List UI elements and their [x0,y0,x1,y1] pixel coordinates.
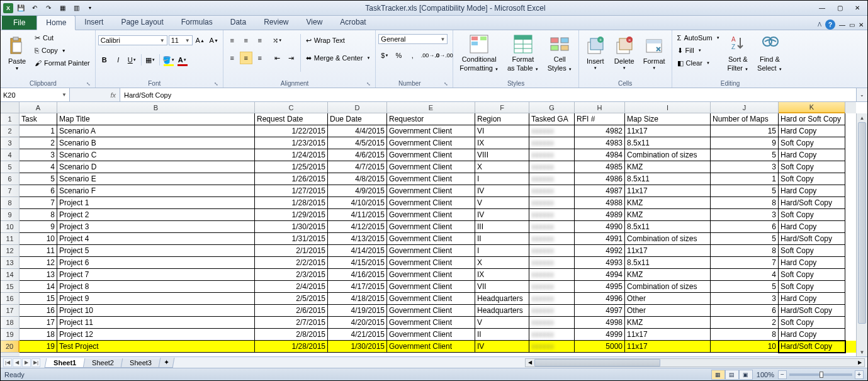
name-box[interactable]: ▼ [1,88,70,101]
cell[interactable]: 4/6/2015 [328,149,387,161]
grid[interactable]: ABCDEFGHIJK 1234567891011121314151617181… [1,102,867,356]
cell[interactable]: xxxxxx [529,209,575,221]
cell[interactable]: 4983 [575,137,625,149]
scroll-down-icon[interactable]: ▼ [857,348,867,356]
sheet-tab[interactable]: Sheet3 [121,358,161,368]
delete-cells-button[interactable]: × Delete▼ [611,31,638,74]
cell[interactable]: KMZ [625,317,711,329]
cell[interactable]: VII [475,281,529,293]
cell[interactable]: Government Client [387,317,475,329]
cell[interactable]: Soft Copy [779,161,845,173]
cell[interactable]: Project 9 [57,293,255,305]
cell[interactable]: 3 [711,293,779,305]
cell[interactable]: xxxxxx [529,341,575,353]
column-header[interactable]: F [475,102,529,113]
cell[interactable]: 12 [20,257,57,269]
cell[interactable]: Project 7 [57,269,255,281]
cell[interactable]: Soft Copy [779,209,845,221]
cell[interactable]: 4/16/2015 [328,269,387,281]
column-header[interactable]: C [255,102,328,113]
cell[interactable]: Hard/Soft Copy [779,197,845,209]
cell[interactable]: Government Client [387,149,475,161]
row-header[interactable]: 12 [1,245,20,257]
align-top-icon[interactable]: ≡ [226,34,239,47]
cell[interactable]: 5 [711,149,779,161]
dialog-launcher[interactable]: ⤡ [84,81,93,87]
expand-formula-icon[interactable]: ⌄ [860,92,864,98]
cell[interactable]: Region [475,113,529,125]
cell[interactable]: 4/9/2015 [328,185,387,197]
increase-font-icon[interactable]: A▲ [194,34,206,47]
cell[interactable]: Soft Copy [779,269,845,281]
cell[interactable]: Combination of sizes [625,149,711,161]
window-minimize-doc[interactable]: — [839,21,845,28]
cell[interactable]: KMZ [625,269,711,281]
cell[interactable]: Scenario C [57,149,255,161]
cell[interactable]: Hard/Soft Copy [779,341,845,353]
cell[interactable]: Hard Copy [779,185,845,197]
qat-btn[interactable]: ▦ [56,2,69,14]
cell[interactable]: xxxxxx [529,137,575,149]
decrease-decimal-icon[interactable]: .0→.00 [437,49,450,62]
cell[interactable]: Government Client [387,281,475,293]
cell[interactable]: 1/30/2015 [328,341,387,353]
cell[interactable]: 9 [711,137,779,149]
cell[interactable]: Government Client [387,293,475,305]
format-cells-button[interactable]: Format▼ [640,31,669,74]
autosum-button[interactable]: ΣAutoSum▼ [675,31,723,44]
cell[interactable]: 4986 [575,173,625,185]
prev-sheet-icon[interactable]: ◀ [13,358,21,367]
dialog-launcher[interactable]: ⤡ [442,81,450,87]
cell[interactable]: 1/22/2015 [255,125,328,137]
cell[interactable]: xxxxxx [529,245,575,257]
font-combo[interactable]: Calibri▼ [98,35,167,45]
cell[interactable]: 4/8/2015 [328,173,387,185]
tab-page-layout[interactable]: Page Layout [112,15,172,30]
cell[interactable]: Government Client [387,257,475,269]
cell[interactable]: Soft Copy [779,317,845,329]
cell[interactable]: Hard Copy [779,149,845,161]
scroll-left-icon[interactable]: ◀ [526,359,534,367]
cell[interactable]: Project 5 [57,245,255,257]
cell[interactable]: 16 [20,305,57,317]
tab-insert[interactable]: Insert [76,15,112,30]
cell[interactable]: 2/3/2015 [255,269,328,281]
zoom-level[interactable]: 100% [757,371,774,378]
sheet-tab[interactable]: Sheet1 [45,358,86,368]
cell[interactable]: Project 12 [57,329,255,341]
tab-review[interactable]: Review [255,15,297,30]
cell[interactable]: 4/15/2015 [328,257,387,269]
cell[interactable]: II [475,233,529,245]
cell[interactable]: 4999 [575,329,625,341]
tab-view[interactable]: View [298,15,332,30]
cell[interactable]: 10 [20,233,57,245]
cell[interactable]: I [475,173,529,185]
row-header[interactable]: 18 [1,317,20,329]
cell[interactable]: Due Date [328,113,387,125]
cell[interactable]: 5 [711,233,779,245]
vertical-scrollbar[interactable]: ▲ ▼ [856,113,867,356]
select-all-corner[interactable] [1,102,20,113]
cell[interactable]: 2/1/2015 [255,245,328,257]
cell[interactable]: 4994 [575,269,625,281]
cell[interactable]: III [475,221,529,233]
cell[interactable]: Map Size [625,113,711,125]
fill-button[interactable]: ⬇Fill▼ [675,44,723,57]
cell[interactable]: xxxxxx [529,257,575,269]
cell[interactable]: Project 4 [57,233,255,245]
qat-customize[interactable]: ▼ [84,2,96,14]
cell[interactable]: 1/28/2015 [255,341,328,353]
cell[interactable]: 5000 [575,341,625,353]
cell[interactable]: VI [475,125,529,137]
cell[interactable]: 4996 [575,293,625,305]
bold-button[interactable]: B [98,54,111,66]
cell[interactable]: 8.5x11 [625,173,711,185]
cell[interactable]: 5 [711,281,779,293]
row-header[interactable]: 4 [1,149,20,161]
cell[interactable]: 3 [711,161,779,173]
cell[interactable]: Government Client [387,137,475,149]
cell[interactable]: 11x17 [625,125,711,137]
cell[interactable]: 2/8/2015 [255,329,328,341]
scroll-thumb[interactable] [858,122,866,324]
cell[interactable]: 6 [711,221,779,233]
